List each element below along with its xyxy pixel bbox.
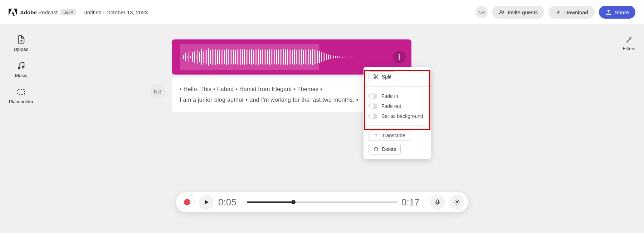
mic-button[interactable] bbox=[430, 195, 445, 210]
speaker-avatar[interactable]: NR bbox=[150, 84, 165, 100]
svg-point-1 bbox=[18, 67, 20, 69]
play-button[interactable] bbox=[199, 195, 214, 210]
sidebar-item-placeholder[interactable]: Placeholder bbox=[9, 87, 34, 104]
seek-handle[interactable] bbox=[291, 200, 296, 204]
placeholder-icon bbox=[16, 87, 26, 97]
text-icon bbox=[373, 133, 379, 138]
seek-track[interactable] bbox=[247, 201, 397, 203]
player-bar: 0:05 0:17 bbox=[176, 192, 468, 212]
svg-rect-9 bbox=[437, 200, 439, 203]
sidebar-item-music[interactable]: Music bbox=[15, 61, 27, 78]
fadeout-toggle[interactable]: Fade out bbox=[369, 101, 426, 111]
person-add-icon bbox=[498, 9, 505, 15]
beta-badge: BETA bbox=[60, 9, 76, 15]
brand: Adobe Podcast BETA bbox=[9, 8, 76, 16]
svg-point-0 bbox=[500, 10, 502, 12]
download-icon bbox=[555, 9, 561, 15]
share-button[interactable]: Share bbox=[599, 6, 635, 19]
sidebar-item-upload[interactable]: Upload bbox=[14, 34, 28, 52]
share-icon bbox=[605, 9, 612, 15]
gear-icon bbox=[454, 199, 460, 205]
svg-point-7 bbox=[374, 75, 375, 76]
split-icon bbox=[373, 74, 379, 80]
settings-button[interactable] bbox=[449, 195, 464, 210]
svg-point-6 bbox=[399, 58, 400, 60]
setbg-toggle[interactable]: Set as background bbox=[369, 111, 426, 121]
svg-rect-3 bbox=[18, 89, 25, 94]
filters-icon bbox=[625, 36, 633, 44]
invite-guests-button[interactable]: Invite guests bbox=[492, 6, 544, 19]
play-icon bbox=[203, 199, 210, 205]
clip-context-menu: Split Fade in Fade out Set as background… bbox=[364, 67, 431, 159]
split-button[interactable]: Split bbox=[369, 71, 396, 82]
sidebar-item-label: Placeholder bbox=[9, 99, 34, 104]
svg-point-2 bbox=[22, 66, 24, 68]
fadein-toggle[interactable]: Fade in bbox=[369, 91, 426, 101]
record-button[interactable] bbox=[180, 195, 195, 210]
download-button[interactable]: Download bbox=[548, 6, 595, 19]
avatar[interactable]: NR bbox=[475, 6, 488, 18]
svg-point-4 bbox=[399, 54, 400, 56]
current-time: 0:05 bbox=[218, 197, 243, 208]
header: Adobe Podcast BETA Untitled - October 13… bbox=[0, 0, 644, 24]
transcribe-button[interactable]: Transcribe bbox=[369, 130, 410, 141]
sidebar-item-label: Upload bbox=[14, 47, 28, 52]
header-left: Adobe Podcast BETA Untitled - October 13… bbox=[9, 8, 148, 16]
svg-point-10 bbox=[456, 201, 458, 203]
project-title[interactable]: Untitled - October 13, 2023 bbox=[83, 9, 148, 15]
left-sidebar: Upload Music Placeholder bbox=[0, 24, 42, 104]
more-vertical-icon bbox=[399, 54, 400, 60]
svg-point-8 bbox=[374, 77, 375, 79]
filters-button[interactable]: Filters bbox=[623, 36, 635, 51]
sidebar-item-label: Music bbox=[15, 73, 27, 78]
seek-fill bbox=[247, 201, 293, 203]
music-icon bbox=[16, 61, 26, 71]
upload-icon bbox=[16, 34, 26, 44]
adobe-logo bbox=[9, 8, 17, 16]
delete-button[interactable]: Delete bbox=[369, 144, 401, 154]
mic-icon bbox=[434, 199, 441, 205]
svg-point-5 bbox=[399, 56, 400, 58]
header-right: NR Invite guests Download Share bbox=[475, 6, 635, 19]
wave-bars bbox=[183, 46, 354, 68]
trash-icon bbox=[373, 146, 379, 152]
total-time: 0:17 bbox=[401, 197, 426, 208]
record-icon bbox=[184, 199, 190, 205]
clip-menu-button[interactable] bbox=[393, 51, 406, 63]
brand-name: Adobe Podcast bbox=[20, 9, 58, 15]
